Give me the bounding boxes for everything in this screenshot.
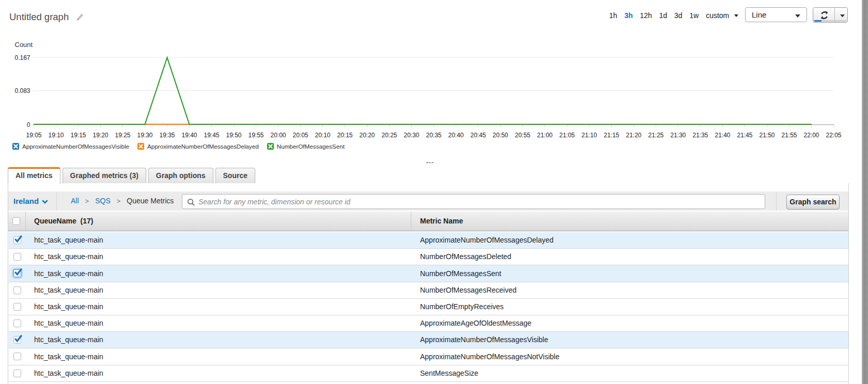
- svg-text:20:50: 20:50: [492, 132, 508, 139]
- svg-text:20:30: 20:30: [404, 132, 419, 139]
- svg-text:19:05: 19:05: [26, 132, 41, 139]
- svg-text:22:05: 22:05: [826, 132, 841, 139]
- svg-text:19:15: 19:15: [70, 132, 86, 139]
- svg-text:19:40: 19:40: [181, 132, 197, 139]
- svg-text:21:30: 21:30: [670, 132, 686, 139]
- svg-text:20:15: 20:15: [337, 132, 352, 139]
- svg-text:21:35: 21:35: [692, 132, 708, 139]
- svg-text:21:40: 21:40: [715, 132, 730, 139]
- svg-text:21:00: 21:00: [537, 132, 552, 139]
- svg-text:20:25: 20:25: [381, 132, 397, 139]
- svg-text:20:45: 20:45: [470, 132, 486, 139]
- svg-text:0.167: 0.167: [14, 54, 30, 61]
- svg-text:21:55: 21:55: [781, 132, 797, 139]
- svg-text:19:35: 19:35: [159, 132, 175, 139]
- svg-text:20:55: 20:55: [515, 132, 530, 139]
- svg-text:21:10: 21:10: [581, 132, 597, 139]
- svg-text:19:45: 19:45: [204, 132, 219, 139]
- svg-text:21:20: 21:20: [626, 132, 641, 139]
- svg-text:19:10: 19:10: [48, 132, 64, 139]
- svg-text:Count: Count: [15, 41, 33, 49]
- svg-text:20:10: 20:10: [315, 132, 330, 139]
- svg-text:21:25: 21:25: [648, 132, 663, 139]
- svg-text:20:35: 20:35: [426, 132, 441, 139]
- svg-text:21:50: 21:50: [759, 132, 774, 139]
- svg-text:19:30: 19:30: [137, 132, 152, 139]
- svg-text:19:25: 19:25: [115, 132, 130, 139]
- svg-text:19:55: 19:55: [248, 132, 264, 139]
- svg-text:21:45: 21:45: [737, 132, 752, 139]
- svg-text:20:40: 20:40: [448, 132, 463, 139]
- svg-text:20:05: 20:05: [292, 132, 308, 139]
- svg-text:19:50: 19:50: [226, 132, 241, 139]
- svg-text:0.083: 0.083: [14, 87, 30, 94]
- svg-text:20:00: 20:00: [270, 132, 286, 139]
- svg-text:22:00: 22:00: [803, 132, 819, 139]
- svg-text:21:15: 21:15: [603, 132, 619, 139]
- svg-text:20:20: 20:20: [359, 132, 375, 139]
- svg-text:0: 0: [27, 121, 30, 129]
- svg-text:21:05: 21:05: [559, 132, 575, 139]
- svg-text:19:20: 19:20: [92, 132, 108, 139]
